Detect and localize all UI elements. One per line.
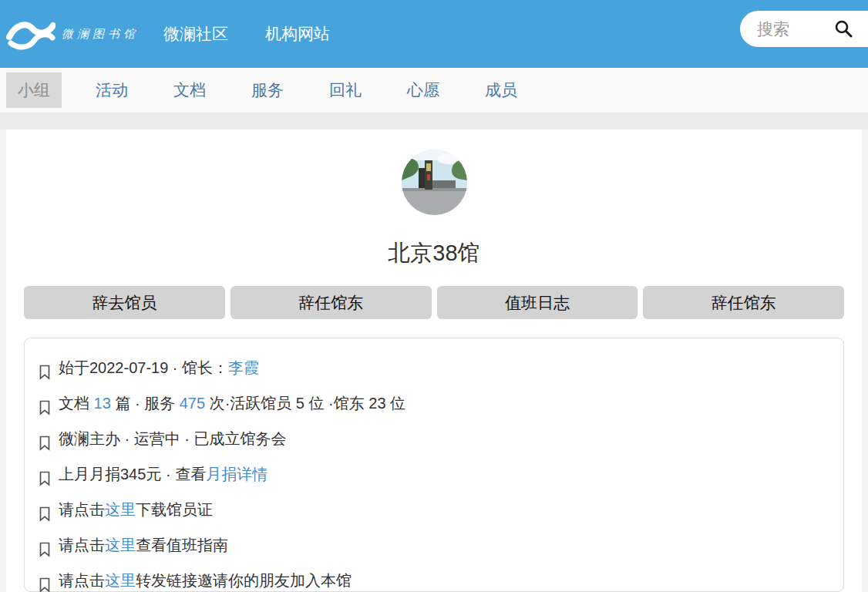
tab-item[interactable]: 成员 xyxy=(473,72,529,108)
inline-link[interactable]: 13 xyxy=(94,395,111,412)
bookmark-icon xyxy=(39,436,51,451)
search-box xyxy=(740,11,868,47)
info-row-text: 请点击这里下载馆员证 xyxy=(59,496,213,524)
info-row: 请点击这里查看值班指南 xyxy=(39,531,829,567)
bookmark-icon xyxy=(39,506,51,522)
nav-link[interactable]: 微澜社区 xyxy=(163,23,228,45)
inline-link[interactable]: 这里 xyxy=(105,501,136,518)
tab-item[interactable]: 文档 xyxy=(162,72,217,108)
search-icon[interactable] xyxy=(834,19,853,38)
action-button[interactable]: 辞任馆东 xyxy=(643,286,844,319)
tab-item[interactable]: 小组 xyxy=(6,72,62,108)
bookmark-icon xyxy=(39,365,51,380)
tab-item[interactable]: 服务 xyxy=(240,72,295,108)
info-rows: 始于2022-07-19 · 馆长：李霞文档 13 篇 · 服务 475 次·活… xyxy=(39,354,829,592)
inline-link[interactable]: 李霞 xyxy=(228,359,259,376)
tab-item[interactable]: 心愿 xyxy=(395,72,451,108)
bookmark-icon xyxy=(39,542,51,557)
logo-text: 微澜图书馆 xyxy=(62,27,139,42)
group-title: 北京38馆 xyxy=(24,238,844,269)
tab-bar: 小组活动文档服务回礼心愿成员 xyxy=(0,68,868,113)
info-row: 文档 13 篇 · 服务 475 次·活跃馆员 5 位 ·馆东 23 位 xyxy=(39,389,829,425)
action-buttons-row: 辞去馆员辞任馆东值班日志辞任馆东 xyxy=(24,286,844,319)
header-nav: 微澜社区机构网站 xyxy=(163,23,330,45)
logo-wave-icon xyxy=(6,14,56,54)
info-row-text: 始于2022-07-19 · 馆长：李霞 xyxy=(59,354,259,382)
inline-link[interactable]: 475 xyxy=(180,395,205,412)
action-button[interactable]: 值班日志 xyxy=(437,286,638,319)
bookmark-icon xyxy=(39,577,51,592)
info-row: 微澜主办 · 运营中 · 已成立馆务会 xyxy=(39,425,829,460)
tab-item[interactable]: 活动 xyxy=(84,72,140,108)
bookmark-icon xyxy=(39,471,51,486)
main-content: 北京38馆 辞去馆员辞任馆东值班日志辞任馆东 始于2022-07-19 · 馆长… xyxy=(6,130,862,592)
group-avatar[interactable] xyxy=(402,150,467,215)
bookmark-icon xyxy=(39,400,51,415)
action-button[interactable]: 辞任馆东 xyxy=(230,286,432,319)
info-row-text: 请点击这里转发链接邀请你的朋友加入本馆 xyxy=(59,567,352,592)
info-row: 请点击这里转发链接邀请你的朋友加入本馆 xyxy=(39,567,829,592)
action-button[interactable]: 辞去馆员 xyxy=(24,286,225,319)
inline-link[interactable]: 这里 xyxy=(105,572,136,589)
info-row: 请点击这里下载馆员证 xyxy=(39,496,829,531)
divider-band xyxy=(0,113,868,130)
nav-link[interactable]: 机构网站 xyxy=(265,23,330,45)
info-row-text: 上月月捐345元 · 查看月捐详情 xyxy=(59,460,267,489)
top-header: 微澜图书馆 微澜社区机构网站 xyxy=(0,0,868,68)
site-logo[interactable]: 微澜图书馆 xyxy=(6,14,154,54)
group-info-card: 始于2022-07-19 · 馆长：李霞文档 13 篇 · 服务 475 次·活… xyxy=(24,338,844,592)
inline-link[interactable]: 这里 xyxy=(105,536,136,553)
info-row: 上月月捐345元 · 查看月捐详情 xyxy=(39,460,829,496)
tab-item[interactable]: 回礼 xyxy=(318,72,373,108)
search-input[interactable] xyxy=(757,20,834,39)
info-row-text: 微澜主办 · 运营中 · 已成立馆务会 xyxy=(59,425,287,453)
info-row-text: 文档 13 篇 · 服务 475 次·活跃馆员 5 位 ·馆东 23 位 xyxy=(59,389,405,418)
inline-link[interactable]: 月捐详情 xyxy=(206,466,267,483)
school-gate-photo xyxy=(402,150,467,215)
info-row-text: 请点击这里查看值班指南 xyxy=(59,531,228,560)
info-row: 始于2022-07-19 · 馆长：李霞 xyxy=(39,354,829,389)
